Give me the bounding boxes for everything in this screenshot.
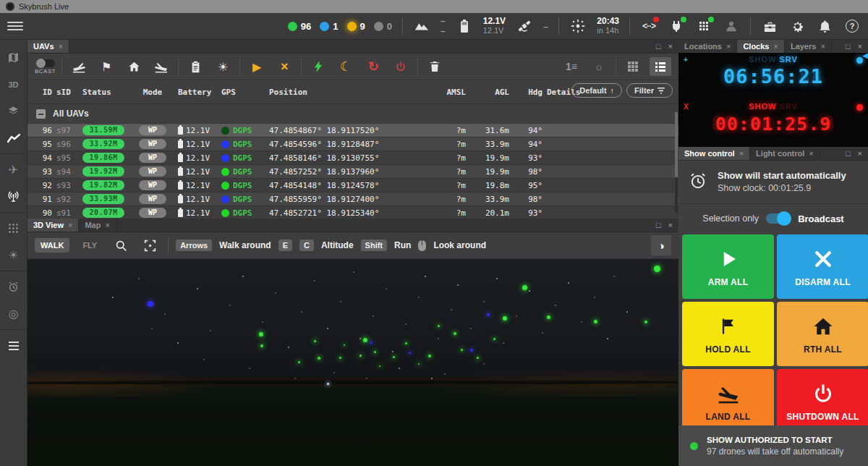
- col-status[interactable]: Status: [80, 88, 132, 97]
- view3d-viewport[interactable]: [27, 259, 678, 466]
- takeoff-button[interactable]: [68, 57, 90, 76]
- hold-all-button[interactable]: HOLD ALL: [682, 302, 774, 366]
- uav-row[interactable]: 95s9633.92MWP12.1VDGPS47.4854596° 18.912…: [27, 137, 678, 151]
- status-counter[interactable]: 1: [320, 21, 338, 32]
- status-counter[interactable]: 96: [288, 21, 311, 32]
- notifications-bell-icon[interactable]: [816, 17, 833, 35]
- tab-clocks[interactable]: Clocks×: [737, 40, 785, 53]
- panel-close-icon[interactable]: ×: [858, 42, 862, 51]
- arm-bolt-button[interactable]: [307, 57, 329, 76]
- three-d-view-icon[interactable]: 3D: [0, 71, 27, 98]
- panel-maximize-icon[interactable]: □: [656, 42, 661, 51]
- col-sid[interactable]: sID: [52, 88, 80, 97]
- panel-close-icon[interactable]: ×: [668, 221, 673, 229]
- network-grid-icon[interactable]: [695, 17, 712, 35]
- recenter-focus-icon[interactable]: [139, 236, 161, 255]
- light-control-sun-icon[interactable]: ☀: [0, 242, 27, 268]
- uav-row[interactable]: 93s9419.92MWP12.1VDGPS47.4857252° 18.913…: [27, 164, 678, 178]
- clocks-alarm-icon[interactable]: [0, 274, 27, 300]
- sort-default-button[interactable]: Default↑: [571, 83, 622, 98]
- drawer-arrow-icon[interactable]: ◀: [862, 51, 868, 59]
- selection-circle-icon[interactable]: ○: [588, 57, 610, 76]
- broadcast-toggle[interactable]: BCAST: [35, 59, 56, 75]
- lights-sun-button[interactable]: ☀: [212, 57, 234, 76]
- uav-row[interactable]: 94s9519.86MWP12.1VDGPS47.4858146° 18.913…: [27, 151, 678, 164]
- hold-flag-button[interactable]: ⚑: [95, 57, 117, 76]
- panel-close-icon[interactable]: ×: [858, 149, 862, 158]
- walk-mode-button[interactable]: WALK: [35, 238, 69, 253]
- swarm-dots-icon[interactable]: [0, 215, 27, 242]
- layers-icon[interactable]: [0, 98, 27, 124]
- fly-mode-button[interactable]: FLY: [77, 238, 103, 253]
- broadcast-toggle[interactable]: [766, 213, 791, 224]
- show-drone-icon[interactable]: [569, 17, 587, 35]
- tab-close-icon[interactable]: ×: [59, 42, 63, 51]
- tab-light-control[interactable]: Light control×: [750, 147, 820, 160]
- server-connection-icon[interactable]: <··>: [640, 17, 658, 35]
- map-icon[interactable]: [0, 44, 27, 71]
- mission-clipboard-button[interactable]: [184, 57, 206, 76]
- grid-view-button[interactable]: [622, 57, 644, 76]
- rth-all-button[interactable]: RTH ALL: [777, 302, 868, 366]
- show-start-info[interactable]: Show will start automatically Show clock…: [678, 161, 868, 204]
- arm-all-button[interactable]: ARM ALL: [682, 234, 774, 299]
- tab-close-icon[interactable]: ×: [773, 42, 778, 51]
- land-all-button[interactable]: LAND ALL: [682, 369, 774, 433]
- location-target-icon[interactable]: ◎: [0, 300, 27, 327]
- tab-close-icon[interactable]: ×: [739, 149, 744, 158]
- reboot-button[interactable]: ↻: [362, 57, 384, 76]
- col-id[interactable]: ID: [35, 88, 52, 97]
- col-battery[interactable]: Battery: [174, 88, 220, 97]
- return-home-button[interactable]: [123, 57, 145, 76]
- land-button[interactable]: [150, 57, 172, 76]
- shutdown-all-button[interactable]: SHUTDOWN ALL: [777, 369, 868, 433]
- plug-connection-icon[interactable]: [668, 17, 685, 35]
- main-menu-icon[interactable]: [7, 22, 23, 30]
- power-off-button[interactable]: [390, 57, 412, 76]
- disarm-all-button[interactable]: DISARM ALL: [777, 234, 868, 299]
- zoom-search-icon[interactable]: [110, 236, 132, 255]
- uav-row[interactable]: 96s9731.59MWP12.1VDGPS47.4854867° 18.911…: [27, 123, 678, 137]
- tab-3d-view[interactable]: 3D View×: [27, 219, 79, 232]
- tab-close-icon[interactable]: ×: [726, 42, 731, 51]
- tab-close-icon[interactable]: ×: [809, 149, 813, 158]
- status-counter[interactable]: 9: [347, 21, 365, 32]
- remove-trash-button[interactable]: [424, 57, 446, 76]
- uav-row[interactable]: 92s9319.82MWP12.1VDGPS47.4854148° 18.912…: [27, 178, 678, 192]
- cancel-show-button[interactable]: ×: [273, 57, 295, 76]
- sleep-moon-button[interactable]: ☾: [335, 57, 357, 76]
- toolbox-icon[interactable]: [761, 17, 778, 35]
- tab-close-icon[interactable]: ×: [68, 221, 72, 229]
- settings-gear-icon[interactable]: [788, 17, 806, 35]
- col-mode[interactable]: Mode: [132, 88, 174, 97]
- uav-row[interactable]: 90s9120.07MWP12.1VDGPS47.4852721° 18.912…: [27, 206, 678, 219]
- sort-list-icon[interactable]: 1≡: [561, 57, 582, 76]
- tab-layers[interactable]: Layers×: [785, 40, 832, 53]
- tab-show-control[interactable]: Show control×: [678, 147, 750, 160]
- start-show-button[interactable]: ▶: [246, 57, 268, 76]
- tab-map[interactable]: Map×: [79, 219, 116, 232]
- col-position[interactable]: Position: [269, 88, 433, 97]
- satellite-icon[interactable]: [516, 17, 533, 35]
- uav-row[interactable]: 91s9233.93MWP12.1VDGPS47.4855959° 18.912…: [27, 192, 678, 206]
- terrain-icon[interactable]: [413, 17, 430, 35]
- uav-table-scrollbar[interactable]: [675, 112, 678, 213]
- col-agl[interactable]: AGL: [466, 88, 509, 97]
- dark-mode-toggle-icon[interactable]: ◑: [651, 235, 671, 255]
- col-amsl[interactable]: AMSL: [433, 88, 466, 97]
- tab-close-icon[interactable]: ×: [105, 221, 109, 229]
- uavs-airplane-icon[interactable]: ✈: [0, 156, 27, 183]
- beacons-chart-icon[interactable]: [0, 124, 27, 151]
- rtk-antenna-icon[interactable]: [0, 183, 27, 210]
- tab-locations[interactable]: Locations×: [678, 40, 737, 53]
- filter-button[interactable]: Filter: [626, 83, 673, 98]
- col-hdg[interactable]: Hdg: [509, 88, 547, 97]
- panel-maximize-icon[interactable]: □: [846, 149, 851, 158]
- help-icon[interactable]: ?: [843, 17, 861, 35]
- collapse-group-icon[interactable]: [36, 109, 46, 119]
- tab-close-icon[interactable]: ×: [820, 42, 825, 51]
- status-counter[interactable]: 0: [374, 21, 392, 32]
- battery-icon[interactable]: [456, 17, 473, 35]
- tab-uavs[interactable]: UAVs×: [27, 40, 69, 53]
- user-account-icon[interactable]: [723, 17, 740, 35]
